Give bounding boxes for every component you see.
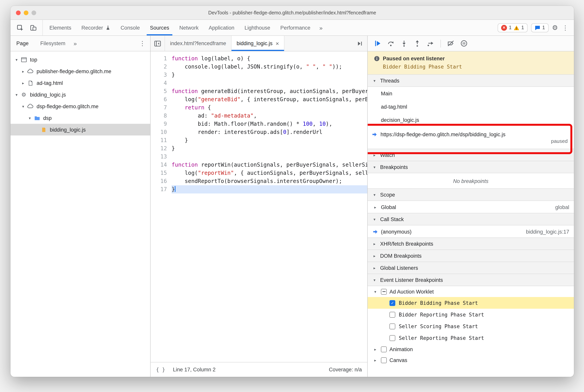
code-line[interactable]: function log(label, o) { [172,54,367,63]
tab-filesystem[interactable]: Filesystem [34,36,71,51]
more-tabs-button[interactable]: » [316,20,327,36]
scope-row[interactable]: ▸Globalglobal [368,201,574,213]
elb-group-canvas[interactable]: ▸Canvas [368,355,574,366]
tab-lighthouse[interactable]: Lighthouse [239,20,275,36]
code-line[interactable]: bid: Math.floor(Math.random() * 100, 10)… [172,120,367,128]
disclosure-down-icon[interactable]: ▾ [13,92,19,97]
checkbox-indeterminate[interactable] [381,289,387,294]
line-number[interactable]: 3 [151,71,167,79]
code-line[interactable]: log("generateBid", { interestGroup, auct… [172,95,367,104]
pause-on-exceptions-icon[interactable] [458,38,470,49]
elb-item-seller-scoring-phase-start[interactable]: Seller Scoring Phase Start [368,320,574,332]
navigator-menu-icon[interactable] [138,40,150,47]
close-window-button[interactable] [16,10,21,15]
tab-elements[interactable]: Elements [44,20,76,36]
section-watch[interactable]: ▸ Watch [368,149,574,161]
step-into-icon[interactable] [398,38,410,49]
checkbox-unchecked[interactable] [390,335,395,341]
elb-item-seller-reporting-phase-start[interactable]: Seller Reporting Phase Start [368,332,574,344]
elb-group-ad-auction-worklet[interactable]: ▾Ad Auction Worklet [368,286,574,297]
code-line[interactable]: function generateBid(interestGroup, auct… [172,87,367,95]
pretty-print-icon[interactable]: { } [156,367,165,372]
thread-item[interactable]: decision_logic.js [368,113,574,126]
line-number[interactable]: 15 [151,169,167,177]
code-line[interactable]: ad: "ad-metadata", [172,112,367,120]
code-line[interactable]: } [172,185,367,194]
code-line[interactable]: } [172,71,367,79]
disclosure-down-icon[interactable]: ▾ [13,58,19,62]
line-number[interactable]: 10 [151,128,167,136]
call-stack-frame[interactable]: (anonymous)bidding_logic.js:17 [368,226,574,238]
code-line[interactable]: log("reportWin", { auctionSignals, perBu… [172,169,367,177]
line-number[interactable]: 12 [151,144,167,152]
code-lines[interactable]: function log(label, o) { console.log(lab… [172,54,367,362]
code-line[interactable]: sendReportTo(browserSignals.interestGrou… [172,177,367,185]
devtools-menu-icon[interactable] [562,24,569,31]
thread-item[interactable]: ad-tag.html [368,100,574,113]
elb-item-bidder-bidding-phase-start[interactable]: Bidder Bidding Phase Start [368,297,574,309]
line-number-gutter[interactable]: 1234567891011121314151617 [151,54,172,362]
elb-group-animation[interactable]: ▸Animation [368,344,574,355]
step-icon[interactable] [425,38,437,49]
minimize-window-button[interactable] [24,10,28,15]
tree-item-publisher-fledge-demo-glitch-me[interactable]: ▸publisher-fledge-demo.glitch.me [10,66,150,77]
code-line[interactable]: } [172,144,367,152]
line-number[interactable]: 11 [151,136,167,144]
disclosure-right-icon[interactable]: ▸ [372,358,378,362]
line-number[interactable]: 2 [151,63,167,71]
checkbox-unchecked[interactable] [390,323,395,329]
tab-page[interactable]: Page [10,36,34,51]
line-number[interactable]: 16 [151,177,167,185]
section-xhr-breakpoints[interactable]: ▸ XHR/fetch Breakpoints [368,238,574,250]
disclosure-down-icon[interactable]: ▾ [20,104,26,108]
section-global-listeners[interactable]: ▸ Global Listeners [368,262,574,274]
line-number[interactable]: 5 [151,87,167,95]
tree-item-ad-tag-html[interactable]: ▸ad-tag.html [10,77,150,89]
code-line[interactable]: render: interestGroup.ads[0].renderUrl [172,128,367,136]
code-line[interactable] [172,79,367,87]
console-summary[interactable]: 1 1 [498,23,528,32]
tree-item-top[interactable]: ▾top [10,54,150,66]
resume-script-icon[interactable] [372,38,384,49]
section-dom-breakpoints[interactable]: ▸ DOM Breakpoints [368,250,574,262]
disclosure-right-icon[interactable]: ▸ [20,81,26,85]
tab-console[interactable]: Console [115,20,145,36]
line-number[interactable]: 17 [151,185,167,194]
device-toolbar-icon[interactable] [28,22,38,33]
section-threads[interactable]: ▾ Threads [368,74,574,87]
section-event-listener-breakpoints[interactable]: ▾ Event Listener Breakpoints [368,274,574,286]
section-scope[interactable]: ▾ Scope [368,188,574,201]
line-number[interactable]: 8 [151,112,167,120]
tab-network[interactable]: Network [174,20,204,36]
line-number[interactable]: 7 [151,104,167,112]
step-out-icon[interactable] [411,38,423,49]
line-number[interactable]: 9 [151,120,167,128]
disclosure-right-icon[interactable]: ▸ [372,347,378,351]
tree-item-bidding-logic-js[interactable]: ▾⚙bidding_logic.js [10,89,150,100]
line-number[interactable]: 4 [151,79,167,87]
tab-application[interactable]: Application [204,20,239,36]
tab-performance[interactable]: Performance [275,20,316,36]
tree-item-dsp[interactable]: ▾dsp [10,112,150,124]
tab-sources[interactable]: Sources [145,20,174,36]
checkbox-unchecked[interactable] [381,346,387,352]
code-line[interactable]: function reportWin(auctionSignals, perBu… [172,161,367,169]
elb-item-bidder-reporting-phase-start[interactable]: Bidder Reporting Phase Start [368,309,574,320]
deactivate-breakpoints-icon[interactable] [445,38,457,49]
disclosure-right-icon[interactable]: ▸ [20,69,26,74]
editor-tab-index[interactable]: index.html?fencedframe [165,36,231,51]
tree-item-bidding-logic-js[interactable]: bidding_logic.js [10,124,150,136]
disclosure-down-icon[interactable]: ▾ [27,116,33,120]
thread-item[interactable]: Main [368,87,574,100]
tree-item-dsp-fledge-demo-glitch-me[interactable]: ▾dsp-fledge-demo.glitch.me [10,100,150,112]
navigator-more-tabs-button[interactable]: » [71,40,79,47]
section-call-stack[interactable]: ▾ Call Stack [368,213,574,226]
inspect-element-icon[interactable] [14,22,25,33]
checkbox-checked[interactable] [390,300,395,306]
disclosure-down-icon[interactable]: ▾ [372,290,378,294]
code-line[interactable]: } [172,136,367,144]
tab-recorder[interactable]: Recorder [76,20,115,36]
code-line[interactable]: return { [172,104,367,112]
zoom-window-button[interactable] [31,10,36,15]
line-number[interactable]: 14 [151,161,167,169]
